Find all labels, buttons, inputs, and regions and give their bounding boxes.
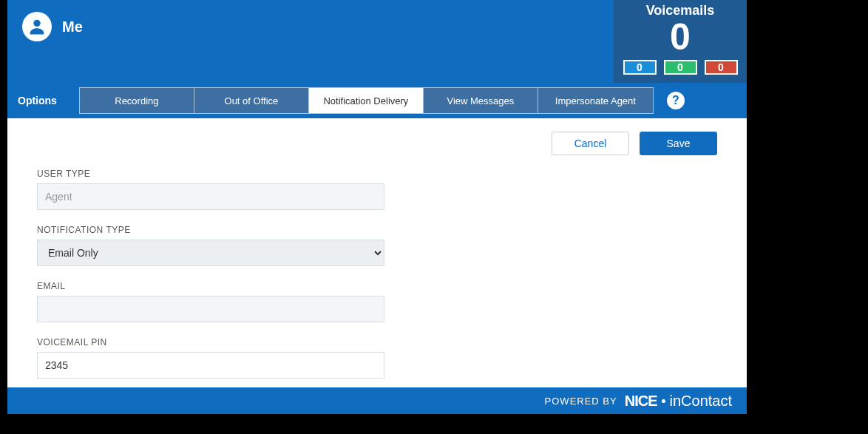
voicemail-pin-label: VOICEMAIL PIN	[37, 337, 717, 347]
user-type-input	[37, 183, 384, 210]
brand-logo: NICE inContact	[625, 393, 732, 410]
tab-notification-delivery[interactable]: Notification Delivery	[309, 88, 424, 113]
notification-type-select[interactable]: Email Only	[37, 240, 384, 266]
powered-by-label: POWERED BY	[545, 396, 617, 407]
tabs-container: Recording Out of Office Notification Del…	[79, 87, 654, 114]
brand-incontact: inContact	[670, 393, 733, 410]
footer: POWERED BY NICE inContact	[7, 387, 747, 414]
me-area[interactable]: Me	[7, 0, 98, 53]
tab-out-of-office[interactable]: Out of Office	[194, 88, 309, 113]
brand-nice: NICE	[625, 393, 657, 410]
content-area: Cancel Save USER TYPE NOTIFICATION TYPE …	[7, 118, 747, 408]
field-email: EMAIL	[37, 281, 717, 322]
email-label: EMAIL	[37, 281, 717, 291]
field-notification-type: NOTIFICATION TYPE Email Only	[37, 225, 717, 266]
voicemail-pin-input[interactable]	[37, 352, 384, 379]
action-row: Cancel Save	[37, 132, 717, 155]
voicemail-badge-green[interactable]: 0	[664, 60, 697, 75]
options-label: Options	[18, 95, 57, 106]
save-button[interactable]: Save	[640, 132, 717, 155]
cancel-button[interactable]: Cancel	[552, 132, 629, 155]
help-icon[interactable]: ?	[667, 92, 685, 109]
voicemail-badge-red[interactable]: 0	[705, 60, 738, 75]
email-input[interactable]	[37, 296, 384, 322]
voicemail-total: 0	[614, 18, 747, 55]
notification-type-label: NOTIFICATION TYPE	[37, 225, 717, 235]
voicemail-badge-blue[interactable]: 0	[623, 60, 657, 75]
app-window: Me Voicemails 0 0 0 0 Options Recording …	[7, 0, 747, 414]
voicemail-panel: Voicemails 0 0 0 0	[614, 0, 747, 83]
tab-impersonate-agent[interactable]: Impersonate Agent	[538, 88, 653, 113]
field-voicemail-pin: VOICEMAIL PIN	[37, 337, 717, 379]
voicemail-badge-row: 0 0 0	[614, 60, 747, 75]
brand-dot-icon	[662, 399, 665, 403]
svg-point-0	[33, 20, 40, 27]
avatar-icon	[22, 12, 52, 41]
user-type-label: USER TYPE	[37, 169, 717, 179]
top-header: Me Voicemails 0 0 0 0	[7, 0, 747, 83]
me-label: Me	[62, 18, 83, 35]
tab-view-messages[interactable]: View Messages	[424, 88, 538, 113]
tab-bar: Options Recording Out of Office Notifica…	[7, 83, 747, 118]
tab-recording[interactable]: Recording	[80, 88, 194, 113]
field-user-type: USER TYPE	[37, 169, 717, 210]
